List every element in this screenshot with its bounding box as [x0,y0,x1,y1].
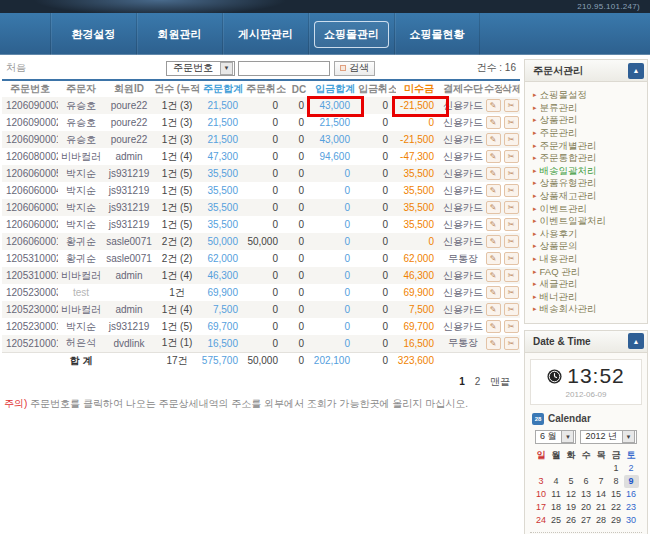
calendar-day[interactable]: 18 [549,501,564,514]
calendar-day[interactable]: 25 [549,514,564,527]
sidebar-menu-item[interactable]: ▸ 쇼핑몰설정 [533,89,643,102]
edit-button[interactable]: ✎ [486,269,501,282]
sidebar-menu-item[interactable]: ▸ 상품재고관리 [533,190,643,203]
calendar-day[interactable]: 19 [564,501,579,514]
panel-toggle-icon[interactable]: ▲ [628,63,644,79]
calendar-day[interactable]: 15 [609,488,624,501]
calendar-day[interactable]: 17 [534,501,549,514]
calendar-day[interactable]: 16 [624,488,639,501]
delete-button[interactable]: ✂ [504,235,519,248]
first-link[interactable]: 처음 [6,61,26,75]
delete-button[interactable]: ✂ [504,303,519,316]
calendar-day[interactable] [579,462,594,475]
delete-button[interactable]: ✂ [504,286,519,299]
page-1-link[interactable]: 1 [459,376,465,387]
calendar-day[interactable]: 10 [534,488,549,501]
calendar-day[interactable]: 20 [579,501,594,514]
order-no-link[interactable]: 1205310001 [2,267,58,284]
search-button[interactable]: 검색 [334,61,375,76]
chevron-down-icon[interactable]: ▼ [561,430,574,443]
calendar-day[interactable]: 9 [624,475,639,488]
nav-tab[interactable]: 회원관리 [136,13,222,55]
order-no-link[interactable]: 1206060004 [2,182,58,199]
calendar-day[interactable]: 3 [534,475,549,488]
delete-button[interactable]: ✂ [504,133,519,146]
calendar-day[interactable]: 12 [564,488,579,501]
year-select[interactable]: 2012 년 ▼ [580,430,637,444]
sidebar-menu-item[interactable]: ▸ 이벤트일괄처리 [533,215,643,228]
nav-tab[interactable]: 쇼핑몰관리 [308,13,394,55]
calendar-day[interactable]: 13 [579,488,594,501]
calendar-day[interactable]: 7 [594,475,609,488]
sidebar-menu-item[interactable]: ▸ 배너관리 [533,291,643,304]
edit-button[interactable]: ✎ [486,286,501,299]
order-no-link[interactable]: 1206060002 [2,216,58,233]
calendar-day[interactable]: 2 [624,462,639,475]
order-no-link[interactable]: 1205310002 [2,250,58,267]
sidebar-menu-item[interactable]: ▸ 배송일괄처리 [533,165,643,178]
page-2-link[interactable]: 2 [475,376,481,387]
delete-button[interactable]: ✂ [504,99,519,112]
search-input[interactable] [238,61,330,76]
delete-button[interactable]: ✂ [504,252,519,265]
sidebar-menu-item[interactable]: ▸ 주문개별관리 [533,139,643,152]
order-no-link[interactable]: 1205230001 [2,318,58,335]
order-no-link[interactable]: 1206060001 [2,233,58,250]
calendar-day[interactable]: 26 [564,514,579,527]
last-page-link[interactable]: 맨끝 [490,376,510,387]
edit-button[interactable]: ✎ [486,303,501,316]
delete-button[interactable]: ✂ [504,269,519,282]
edit-button[interactable]: ✎ [486,99,501,112]
panel-toggle-icon[interactable]: ▲ [628,333,644,349]
calendar-day[interactable]: 6 [579,475,594,488]
calendar-day[interactable] [534,462,549,475]
calendar-day[interactable]: 5 [564,475,579,488]
order-no-link[interactable]: 1205210001 [2,335,58,352]
calendar-day[interactable]: 11 [549,488,564,501]
calendar-day[interactable]: 4 [549,475,564,488]
calendar-day[interactable]: 14 [594,488,609,501]
delete-button[interactable]: ✂ [504,116,519,129]
edit-button[interactable]: ✎ [486,235,501,248]
sidebar-menu-item[interactable]: ▸ 이벤트관리 [533,202,643,215]
delete-button[interactable]: ✂ [504,150,519,163]
calendar-day[interactable] [564,462,579,475]
edit-button[interactable]: ✎ [486,252,501,265]
edit-button[interactable]: ✎ [486,320,501,333]
edit-button[interactable]: ✎ [486,150,501,163]
sidebar-menu-item[interactable]: ▸ 상품유형관리 [533,177,643,190]
order-no-link[interactable]: 1206060003 [2,199,58,216]
edit-button[interactable]: ✎ [486,218,501,231]
nav-tab[interactable]: 환경설정 [50,13,136,55]
calendar-day[interactable]: 22 [609,501,624,514]
nav-tab[interactable]: 쇼핑몰현황 [394,13,480,55]
sidebar-menu-item[interactable]: ▸ 배송회사관리 [533,303,643,316]
order-no-link[interactable]: 1206080002 [2,148,58,165]
edit-button[interactable]: ✎ [486,337,501,350]
delete-button[interactable]: ✂ [504,184,519,197]
edit-button[interactable]: ✎ [486,184,501,197]
delete-button[interactable]: ✂ [504,320,519,333]
edit-button[interactable]: ✎ [486,201,501,214]
sidebar-menu-item[interactable]: ▸ 분류관리 [533,102,643,115]
order-no-link[interactable]: 1206090002 [2,114,58,131]
search-type-select[interactable]: 주문번호 ▼ [166,61,235,76]
nav-tab[interactable]: 게시판관리 [222,13,308,55]
delete-button[interactable]: ✂ [504,167,519,180]
delete-button[interactable]: ✂ [504,201,519,214]
order-no-link[interactable]: 1205230002 [2,301,58,318]
sidebar-menu-item[interactable]: ▸ FAQ 관리 [533,265,643,278]
calendar-day[interactable]: 24 [534,514,549,527]
sidebar-menu-item[interactable]: ▸ 상품관리 [533,114,643,127]
calendar-day[interactable]: 29 [609,514,624,527]
order-no-link[interactable]: 1206060005 [2,165,58,182]
order-no-link[interactable]: 1206090003 [2,97,58,114]
calendar-day[interactable]: 21 [594,501,609,514]
delete-button[interactable]: ✂ [504,218,519,231]
sidebar-menu-item[interactable]: ▸ 주문관리 [533,127,643,140]
edit-button[interactable]: ✎ [486,116,501,129]
calendar-day[interactable]: 23 [624,501,639,514]
sidebar-menu-item[interactable]: ▸ 상품문의 [533,240,643,253]
sidebar-menu-item[interactable]: ▸ 사용후기 [533,228,643,241]
order-no-link[interactable]: 1205230003 [2,284,58,301]
